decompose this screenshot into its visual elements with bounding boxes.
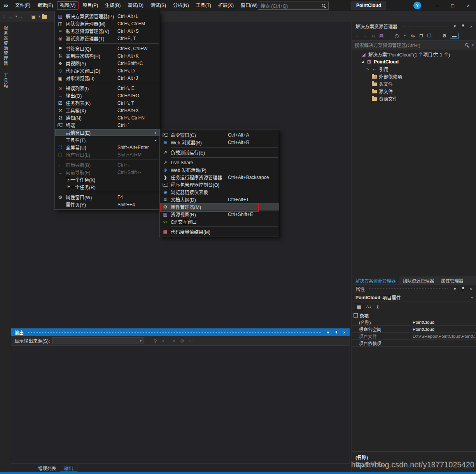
menu-item-package-manager-console[interactable]: 程序包管理器控制台(O) [160,181,279,188]
collapse-all-icon[interactable] [418,33,424,38]
window-position-caret-icon[interactable]: ▾ [325,330,331,335]
tree-node-source-files[interactable]: 源文件 [352,88,476,95]
menu-item-command-window[interactable]: 命令窗口(C)Ctrl+Alt+A [160,131,279,139]
menu-item-task-runner-explorer[interactable]: 任务运行程序资源管理器Ctrl+Alt+Backsapce [160,174,279,181]
open-folder-icon[interactable] [42,15,47,19]
minimize-button[interactable]: – [429,0,445,11]
collapse-category-icon[interactable]: − [354,313,358,318]
output-title-bar[interactable]: 输出 ▾ × [11,328,350,336]
show-all-files-icon[interactable] [427,33,432,38]
menubar-item-8[interactable]: 工具(T) [192,0,215,11]
user-avatar[interactable]: Y [413,2,421,9]
property-category-row[interactable]: − 杂项 [352,312,476,319]
close-icon[interactable]: × [468,24,474,29]
tree-node-header-files[interactable]: 头文件 [352,80,476,88]
new-project-icon[interactable] [31,14,36,19]
menu-item-test-explorer[interactable]: 测试资源管理器(T)Ctrl+E, T [55,35,160,42]
menubar-item-2[interactable]: 视图(V) [57,1,79,10]
navigate-backward-caret-icon[interactable]: ▾ [16,14,18,18]
close-icon[interactable]: × [468,287,474,291]
maximize-button[interactable]: □ [445,0,460,11]
menu-item-terminal[interactable]: 终端Ctrl+` [55,121,160,129]
menu-item-csharp-interactive[interactable]: C# 交互窗口 [160,218,279,225]
menu-item-resource-view[interactable]: 资源视图(R)Ctrl+Shift+E [160,211,279,218]
menu-item-object-browser[interactable]: 对象浏览器(J)Ctrl+Alt+J [55,74,160,82]
menu-item-property-pages[interactable]: 属性页(Y)Shift+F4 [55,201,160,208]
property-row-2[interactable]: 项目文件D:\VSRepos\PointCloud\PointC [352,333,476,340]
find-message-icon[interactable] [152,339,158,343]
preview-selected-icon[interactable] [450,33,458,39]
menu-item-class-view[interactable]: 类视图(A)Ctrl+Shift+C [55,60,160,67]
solution-explorer-title-bar[interactable]: 解决方案资源管理器 ▾ × [352,22,476,31]
menu-item-web-browser[interactable]: Web 浏览器(B)Ctrl+Alt+R [160,139,279,146]
output-content[interactable] [11,346,350,463]
menu-item-previous-task[interactable]: 上一个任务(R) [55,183,160,191]
menu-item-server-explorer[interactable]: 服务器资源管理器(V)Ctrl+Alt+S [55,27,160,35]
menu-item-full-screen[interactable]: 全屏幕(U)Shift+Alt+Enter [55,144,160,151]
property-row-0[interactable]: (名称)PointCloud [352,319,476,326]
menu-item-task-list[interactable]: 任务列表(K)Ctrl+\, T [55,99,160,107]
menubar-item-4[interactable]: 生成(B) [102,0,124,11]
pin-icon[interactable] [460,24,466,28]
tree-node-solution[interactable]: 解决方案"PointCloud"(1 个项目/共 1 个) [352,51,476,58]
menubar-item-7[interactable]: 分析(N) [170,0,192,11]
switch-views-icon[interactable] [379,33,384,38]
menubar-item-1[interactable]: 编辑(E) [34,0,56,11]
window-position-caret-icon[interactable]: ▾ [452,24,458,29]
search-options-caret-icon[interactable]: ▾ [472,43,474,47]
menu-item-properties-window[interactable]: 属性窗口(W)F4 [55,193,160,201]
menu-item-call-hierarchy[interactable]: 调用层次结构(H)Ctrl+Alt+K [55,52,160,60]
menu-item-notifications[interactable]: 通知(N)Ctrl+\, Ctrl+N [55,114,160,121]
menu-item-next-task[interactable]: 下一个任务(X) [55,176,160,183]
menu-item-browser-link-dashboard[interactable]: 浏览器链接仪表板 [160,188,279,196]
menu-item-output[interactable]: 输出(O)Ctrl+Alt+O [55,92,160,99]
navigate-forward-icon[interactable]: → [19,14,23,19]
menu-item-team-explorer[interactable]: 团队资源管理器(M)Ctrl+\, Ctrl+M [55,20,160,27]
menu-item-solution-explorer[interactable]: 解决方案资源管理器(P)Ctrl+Alt+L [55,12,160,20]
menu-item-toolbox[interactable]: 工具箱(X)Ctrl+Alt+X [55,107,160,114]
menu-item-code-metrics[interactable]: 代码度量值结果(M) [160,228,279,235]
menubar-item-9[interactable]: 扩展(X) [215,0,237,11]
nav-forward-icon[interactable] [362,33,368,38]
menu-item-code-definition-window[interactable]: 代码定义窗口(D)Ctrl+\, D [55,67,160,74]
properties-object-selector[interactable]: PointCloud 项目属性 ▾ [352,293,476,302]
pin-icon[interactable] [333,330,339,335]
tree-node-resource-files[interactable]: 资源文件 [352,95,476,102]
property-row-1[interactable]: 根命名空间PointCloud [352,326,476,333]
nav-back-icon[interactable] [354,33,360,38]
tree-node-project-pointcloud[interactable]: ◢PointCloud [352,58,476,65]
expanded-arrow-icon[interactable]: ◢ [360,60,364,63]
categorized-icon[interactable] [355,304,363,310]
panel-tab-property-manager[interactable]: 属性管理器 [438,276,467,285]
panel-tab-team-explorer[interactable]: 团队资源管理器 [399,276,438,285]
menu-item-property-manager[interactable]: 属性管理器(M) [160,203,279,211]
menubar-item-5[interactable]: 调试(D) [124,0,147,11]
properties-title-bar[interactable]: 属性 ▾ × [352,284,476,293]
property-value[interactable]: D:\VSRepos\PointCloud\PointC [410,333,476,339]
bottom-tab-error-list[interactable]: 错误列表 [34,464,60,472]
property-value[interactable]: PointCloud [410,319,476,325]
clear-all-icon[interactable] [179,339,185,343]
caret-down-icon[interactable] [402,34,408,37]
tree-node-external-dependencies[interactable]: 外部依赖项 [352,73,476,80]
menu-item-load-test-runs[interactable]: 负载测试运行(E) [160,149,279,156]
close-icon[interactable]: × [341,330,347,335]
property-row-3[interactable]: 项目依赖项 [352,340,476,347]
menu-item-other-windows[interactable]: 其他窗口(E)▸ [55,129,160,136]
menu-item-toolbars[interactable]: 工具栏(T)▸ [55,136,160,144]
pending-filter-icon[interactable] [394,33,399,38]
close-button[interactable]: × [460,0,476,11]
menu-item-document-outline[interactable]: 文档大纲(D)Ctrl+Alt+T [160,196,279,203]
next-message-icon[interactable] [170,339,176,343]
menubar-item-3[interactable]: 项目(P) [79,0,102,11]
left-tab-toolbox[interactable]: 工具箱 [2,73,9,88]
word-wrap-icon[interactable] [188,339,194,343]
pin-icon[interactable] [460,287,466,291]
new-project-caret-icon[interactable]: ▾ [38,14,40,18]
menubar-item-6[interactable]: 测试(S) [147,0,170,11]
left-tab-server-explorer[interactable]: 服务器资源管理器 [2,26,9,66]
tree-node-references[interactable]: ▷引用 [352,65,476,73]
output-source-combobox[interactable]: ▾ [52,337,144,344]
menu-item-error-list[interactable]: 错误列表(I)Ctrl+\, E [55,84,160,92]
navigate-backward-icon[interactable]: ← [9,14,13,19]
